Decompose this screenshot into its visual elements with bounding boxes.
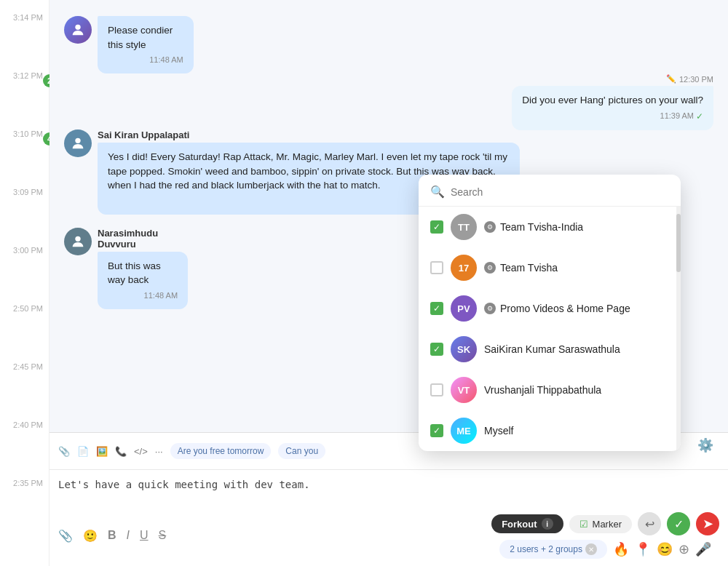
dropdown-search-bar: 🔍: [419, 175, 681, 207]
avatar-nara: [64, 228, 92, 255]
checkbox-team-tvisha[interactable]: [430, 261, 443, 274]
checkbox-promo[interactable]: [430, 302, 443, 315]
item-label-myself: Myself: [484, 425, 513, 437]
check-icon: ✓: [696, 111, 703, 123]
scrollbar-thumb[interactable]: [676, 214, 681, 272]
svg-point-1: [75, 138, 80, 143]
item-name-area: ⚙ Team Tvisha-India: [484, 221, 669, 233]
dropdown-item-myself[interactable]: ME Myself: [419, 410, 681, 451]
dropdown-item-vrushanjali[interactable]: VT Vrushanjali Thippabathula: [419, 370, 681, 410]
document-icon[interactable]: 📄: [77, 446, 89, 457]
item-name-area-2: ⚙ Team Tvisha: [484, 262, 669, 274]
time-309: 3:09 PM: [0, 182, 49, 240]
confirm-button[interactable]: ✓: [667, 512, 690, 535]
message-content-nara: Narasimhudu Duvvuru But this was way bac…: [98, 228, 188, 309]
code-icon[interactable]: </>: [134, 446, 148, 457]
paperclip-icon[interactable]: 📎: [58, 529, 73, 543]
edit-label: ✏️ 12:30 PM: [512, 74, 713, 84]
location-icon[interactable]: 📍: [635, 541, 651, 557]
checkbox-vrushanjali[interactable]: [430, 383, 443, 396]
avatar: [64, 16, 92, 44]
compose-right-area: Forkout i ☑ Marker ↩ ✓ ➤: [491, 512, 719, 559]
item-name-area-3: ⚙ Promo Videos & Home Page: [484, 303, 669, 314]
time-314: 3:14 PM: [0, 7, 49, 65]
compose-area: 📎 🙂 B I U S Forkout i: [50, 469, 728, 566]
dropdown-item-promo[interactable]: PV ⚙ Promo Videos & Home Page: [419, 288, 681, 329]
time-column: 3:14 PM 3:12 PM 2 3:10 PM 4 3:09 PM 3:00…: [0, 0, 50, 566]
item-label-tt: Team Tvisha-India: [500, 221, 583, 233]
checkbox-saikiran[interactable]: [430, 343, 443, 356]
group-icon-2: ⚙: [484, 262, 496, 274]
time-250: 2:50 PM: [0, 298, 49, 356]
dropdown-item-saikiran[interactable]: SK SaiKiran Kumar Saraswathula: [419, 329, 681, 370]
time-245: 2:45 PM: [0, 356, 49, 415]
message-bubble-outgoing: Did you ever Hang' pictures on your wall…: [512, 86, 713, 130]
dropdown-search-input[interactable]: [451, 186, 669, 198]
time-240: 2:40 PM: [0, 415, 49, 473]
message-row: Please condier this style 11:48 AM: [64, 16, 224, 73]
time-310: 3:10 PM 4: [0, 124, 49, 182]
marker-button[interactable]: ☑ Marker: [569, 515, 632, 533]
checkbox-myself[interactable]: [430, 424, 443, 437]
undo-button[interactable]: ↩: [638, 512, 661, 535]
gear-icon[interactable]: ⚙️: [697, 437, 713, 453]
more-icon[interactable]: ···: [155, 446, 163, 457]
item-label-saikiran: SaiKiran Kumar Saraswathula: [484, 343, 620, 355]
checkbox-team-tvisha-india[interactable]: [430, 220, 443, 234]
forkout-button[interactable]: Forkout i: [491, 514, 563, 533]
item-label-tvisha: Team Tvisha: [500, 262, 558, 274]
avatar-sai: [64, 129, 92, 157]
time-235: 2:35 PM: [0, 473, 49, 531]
avatar-vrushanjali: VT: [451, 377, 477, 403]
message-row-nara: Narasimhudu Duvvuru But this was way bac…: [64, 228, 215, 309]
group-icon-1: ⚙: [484, 221, 496, 233]
avatar-myself: ME: [451, 418, 477, 444]
close-pill-button[interactable]: ✕: [585, 543, 597, 555]
emoji-icon[interactable]: 🙂: [83, 529, 98, 543]
svg-point-0: [75, 25, 80, 30]
emoji2-icon[interactable]: 😊: [657, 541, 673, 557]
avatar-pv: PV: [451, 295, 477, 322]
avatar-17: 17: [451, 255, 477, 281]
quick-reply-1[interactable]: Are you free tomorrow: [170, 443, 272, 459]
message-content-outgoing: ✏️ 12:30 PM Did you ever Hang' pictures …: [512, 74, 713, 130]
group-icon-3: ⚙: [484, 303, 496, 314]
pencil-icon: ✏️: [666, 74, 676, 84]
compose-left-icons: 📎 🙂 B I U S: [58, 529, 166, 543]
plus-icon[interactable]: ⊕: [678, 541, 689, 557]
underline-icon[interactable]: U: [140, 529, 149, 542]
sender-name-sai: Sai Kiran Uppalapati: [98, 129, 520, 140]
forkout-info-icon: i: [542, 518, 553, 530]
checkbox-icon: ☑: [579, 519, 588, 530]
compose-bottom-bar: 📎 🙂 B I U S Forkout i: [58, 508, 719, 560]
item-label-promo: Promo Videos & Home Page: [500, 303, 630, 314]
users-groups-pill[interactable]: 2 users + 2 groups ✕: [499, 540, 607, 559]
avatar-tt: TT: [451, 214, 477, 240]
bubble-nara: But this was way back 11:48 AM: [98, 252, 188, 309]
quick-reply-2[interactable]: Can you: [278, 443, 325, 459]
image-icon[interactable]: 🖼️: [96, 446, 108, 457]
strikethrough-icon[interactable]: S: [159, 529, 167, 542]
message-content: Please condier this style 11:48 AM: [98, 16, 194, 73]
send-button[interactable]: ➤: [696, 512, 719, 535]
compose-input[interactable]: [58, 476, 719, 505]
forward-dropdown: 🔍 TT ⚙ Team Tvisha-India 17 ⚙ Team Tvis: [419, 175, 681, 451]
bold-icon[interactable]: B: [108, 529, 116, 542]
time-300: 3:00 PM: [0, 240, 49, 298]
phone-icon[interactable]: 📞: [115, 446, 127, 457]
italic-icon[interactable]: I: [127, 529, 130, 542]
chat-container: 3:14 PM 3:12 PM 2 3:10 PM 4 3:09 PM 3:00…: [0, 0, 728, 566]
avatar-saikiran: SK: [451, 336, 477, 362]
sender-name-nara: Narasimhudu Duvvuru: [98, 228, 188, 250]
message-bubble: Please condier this style 11:48 AM: [98, 16, 194, 73]
svg-point-2: [75, 236, 80, 241]
attachment-icon[interactable]: 📎: [58, 446, 70, 457]
search-icon: 🔍: [430, 185, 445, 199]
item-label-vrushanjali: Vrushanjali Thippabathula: [484, 384, 601, 396]
time-312: 3:12 PM 2: [0, 65, 49, 124]
dropdown-item-team-tvisha-india[interactable]: TT ⚙ Team Tvisha-India: [419, 207, 681, 247]
scrollbar-track: [676, 207, 681, 451]
dropdown-item-team-tvisha[interactable]: 17 ⚙ Team Tvisha: [419, 247, 681, 288]
mic-icon[interactable]: 🎤: [695, 541, 711, 557]
fire-icon[interactable]: 🔥: [613, 541, 629, 557]
